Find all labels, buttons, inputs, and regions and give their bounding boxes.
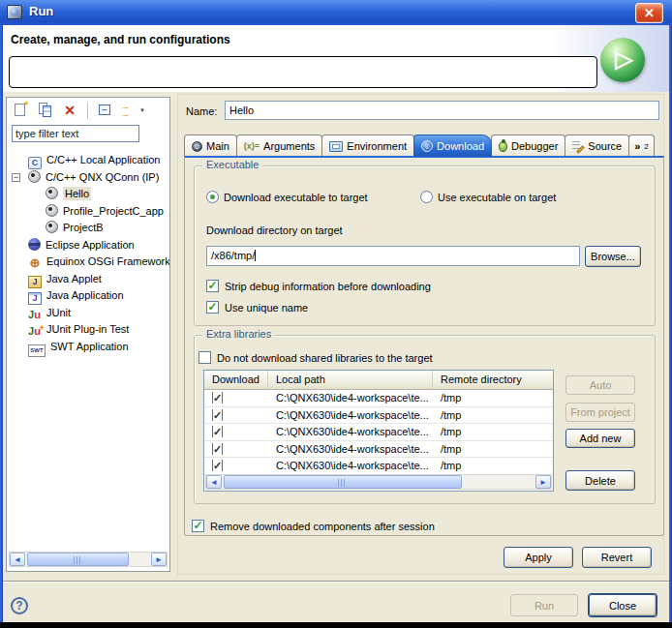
tree-item-cpp-local[interactable]: CC/C++ Local Application [7,152,169,169]
window-border-left [0,25,3,622]
col-local-path[interactable]: Local path [268,371,433,389]
help-icon[interactable]: ? [11,597,28,614]
unique-name-checkbox[interactable]: ✓ [206,301,219,314]
scroll-right-icon[interactable]: ► [151,553,167,566]
table-horizontal-scrollbar[interactable]: ◄ ► [205,474,552,490]
filter-icon[interactable]: →→ ▼ [121,102,138,119]
name-label: Name: [186,105,217,117]
filter-input[interactable] [12,125,139,142]
java-app-icon: J [28,292,42,305]
toolbar-separator [87,103,88,119]
row-checkbox[interactable]: ✓ [212,426,223,437]
junit-plugin-icon: Ju✦ [28,325,42,338]
tree-item-eclipse-application[interactable]: Eclipse Application [7,237,169,254]
executable-group-title: Executable [202,159,262,170]
scroll-right-icon[interactable]: ► [535,475,551,489]
configurations-panel: ✦ ✕ − →→ ▼ CC/C++ Local Application [6,97,170,572]
row-checkbox[interactable]: ✓ [212,392,223,404]
chevron-overflow-icon: » [634,140,640,152]
tree-item-projectb[interactable]: ProjectB [7,220,169,237]
tab-debugger[interactable]: Debugger [491,135,565,157]
name-input[interactable] [225,101,659,120]
run-button[interactable]: Run [510,594,578,616]
tree-item-junit-plugin[interactable]: Ju✦JUnit Plug-in Test [7,321,169,339]
tree-item-java-applet[interactable]: JJava Applet [7,271,169,288]
config-tabs: Main (x)= Arguments Environment ↓ Downlo… [185,135,655,157]
collapse-expander-icon[interactable]: − [12,173,20,182]
tree-item-equinox-osgi[interactable]: ⊕Equinox OSGi Framework [7,254,169,271]
table-row[interactable]: ✓ C:\QNX630\ide4-workspace\te... /tmp [204,458,553,475]
download-directory-label: Download directory on target [206,224,343,236]
browse-button[interactable]: Browse... [585,246,641,267]
c-local-app-icon: C [28,157,42,169]
use-executable-radio[interactable] [420,191,433,203]
use-executable-label: Use executable on target [438,192,556,203]
download-directory-input[interactable]: /x86/tmp/ [206,246,580,266]
close-icon[interactable]: ✕ [635,3,663,23]
tree-item-swt-application[interactable]: SWTSWT Application [7,339,169,356]
table-row[interactable]: ✓ C:\QNX630\ide4-workspace\te... /tmp [204,390,553,407]
row-checkbox[interactable]: ✓ [212,443,223,455]
collapse-all-icon[interactable]: − [97,102,114,119]
environment-tab-icon [329,141,343,152]
tab-arguments[interactable]: (x)= Arguments [236,135,322,157]
debugger-tab-icon [499,141,507,152]
col-download[interactable]: Download [204,371,268,389]
window-title: Run [29,4,53,18]
tree-item-profile-projectc[interactable]: Profile_ProjectC_app [7,203,169,221]
sidebar-toolbar: ✦ ✕ − →→ ▼ [7,98,169,123]
row-checkbox[interactable]: ✓ [212,409,223,421]
banner: Create, manage, and run configurations ▷ [3,25,669,92]
new-configuration-icon[interactable]: ✦ [13,102,30,119]
tab-download[interactable]: ↓ Download [413,135,492,157]
run-config-icon [46,204,58,217]
scroll-left-icon[interactable]: ◄ [10,553,25,566]
arguments-tab-icon: (x)= [244,141,260,151]
run-dialog-icon [7,5,22,19]
tab-source[interactable]: Source [565,135,629,157]
revert-button[interactable]: Revert [582,547,652,568]
banner-heading: Create, manage, and run configurations [11,33,230,46]
titlebar[interactable]: Run ✕ [0,0,672,25]
eclipse-app-icon [28,238,41,251]
run-dialog: Run ✕ Create, manage, and run configurat… [0,0,672,628]
download-executable-radio[interactable] [206,191,219,203]
tree-item-java-application[interactable]: JJava Application [7,287,169,305]
junit-icon: Ju [28,309,42,321]
delete-button[interactable]: Delete [565,470,635,491]
strip-debug-label: Strip debug information before downloadi… [225,281,431,292]
play-icon: ▷ [615,45,632,72]
col-remote-directory[interactable]: Remote directory [433,371,553,389]
tree-horizontal-scrollbar[interactable]: ◄ ► [9,552,168,567]
add-new-button[interactable]: Add new [565,429,635,448]
table-row[interactable]: ✓ C:\QNX630\ide4-workspace\te... /tmp [204,441,553,459]
auto-button[interactable]: Auto [565,375,635,395]
row-checkbox[interactable]: ✓ [212,460,223,471]
scrollbar-thumb[interactable] [224,475,462,489]
table-row[interactable]: ✓ C:\QNX630\ide4-workspace\te... /tmp [204,407,553,425]
apply-button[interactable]: Apply [504,547,573,568]
delete-icon[interactable]: ✕ [61,102,78,119]
main-tab-icon [192,141,202,152]
remove-components-checkbox[interactable]: ✓ [192,520,204,532]
duplicate-icon[interactable] [37,102,54,119]
no-download-shared-label: Do not download shared libraries to the … [217,352,433,364]
close-button[interactable]: Close [589,594,657,616]
no-download-shared-checkbox[interactable] [199,351,211,364]
table-row[interactable]: ✓ C:\QNX630\ide4-workspace\te... /tmp [204,424,553,441]
text-caret [255,250,256,261]
download-tab-icon: ↓ [421,140,433,152]
sparkle-icon: ✦ [39,321,45,334]
tab-environment[interactable]: Environment [321,135,414,157]
tab-main[interactable]: Main [184,135,237,157]
scrollbar-thumb[interactable] [27,553,129,566]
tree-item-qnx-qconn[interactable]: − C/C++ QNX QConn (IP) [7,169,169,187]
run-config-icon [46,187,58,199]
strip-debug-checkbox[interactable]: ✓ [206,280,219,292]
tree-item-hello[interactable]: Hello [7,186,169,203]
tree-item-junit[interactable]: JuJUnit [7,305,169,322]
configurations-tree: CC/C++ Local Application − C/C++ QNX QCo… [7,152,169,355]
from-project-button[interactable]: From project [565,403,635,422]
tab-overflow[interactable]: »2 [628,135,655,157]
scroll-left-icon[interactable]: ◄ [206,475,222,489]
